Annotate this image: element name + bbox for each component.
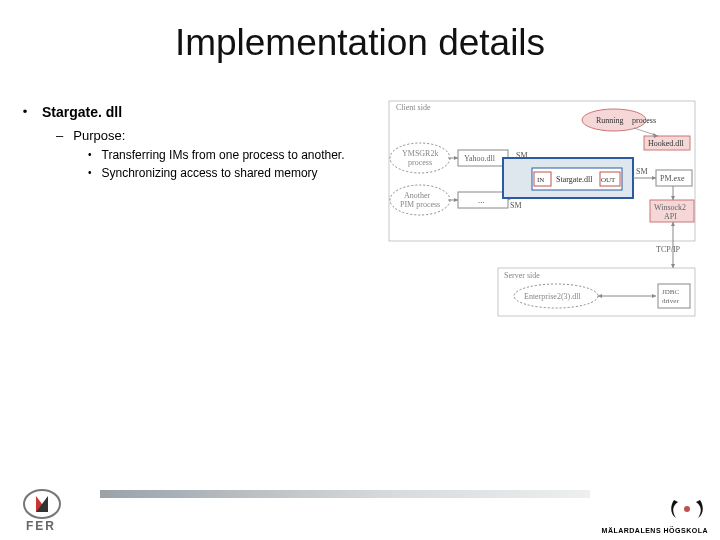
bullet-l2-text: Purpose:	[73, 128, 125, 143]
slide: Implementation details • Stargate. dll –…	[0, 0, 720, 540]
label-another2: PIM process	[400, 200, 440, 209]
label-enterprise: Enterprise2(3).dll	[524, 292, 581, 301]
label-sm2: SM	[510, 201, 522, 210]
slide-footer: FER MÄLARDALENS HÖGSKOLA	[0, 478, 720, 540]
bullet-l1: • Stargate. dll	[22, 104, 382, 120]
label-stargate: Stargate.dll	[556, 175, 593, 184]
svg-marker-33	[652, 294, 656, 298]
fer-logo: FER	[18, 486, 76, 534]
bullet-l3a: • Transferring IMs from one process to a…	[88, 147, 382, 163]
svg-marker-27	[671, 264, 675, 268]
bullet-l3b: • Synchronizing access to shared memory	[88, 165, 382, 181]
label-in: IN	[537, 176, 544, 184]
label-sm3: SM	[636, 167, 648, 176]
label-out: OUT	[601, 176, 616, 184]
svg-point-36	[684, 506, 690, 512]
bullet-dot-small: •	[88, 147, 92, 163]
label-jdbc: JDBC	[662, 288, 679, 296]
label-ymsg2: process	[408, 158, 432, 167]
bullet-dash: –	[56, 128, 63, 143]
label-process: process	[632, 116, 656, 125]
slide-title: Implementation details	[0, 22, 720, 64]
label-another: Another	[404, 191, 431, 200]
label-hooked: Hooked.dll	[648, 139, 685, 148]
bullet-l3b-text: Synchronizing access to shared memory	[102, 165, 318, 181]
label-driver: driver	[662, 297, 679, 305]
label-yahoo: Yahoo.dll	[464, 154, 496, 163]
slide-body: • Stargate. dll – Purpose: • Transferrin…	[22, 104, 382, 183]
bullet-l1-text: Stargate. dll	[42, 104, 122, 120]
bullet-l3a-text: Transferring IMs from one process to ano…	[102, 147, 345, 163]
label-tcpip: TCP/IP	[656, 245, 681, 254]
svg-marker-25	[671, 196, 675, 200]
label-pm: PM.exe	[660, 174, 685, 183]
fer-text: FER	[26, 519, 56, 533]
svg-marker-13	[454, 198, 458, 202]
label-winsock: Winsock2	[654, 203, 686, 212]
bullet-l2: – Purpose:	[56, 128, 382, 143]
bullet-dot: •	[22, 104, 28, 120]
mdh-text: MÄLARDALENS HÖGSKOLA	[602, 527, 708, 534]
svg-marker-8	[454, 156, 458, 160]
label-server-side: Server side	[504, 271, 540, 280]
footer-divider	[100, 490, 590, 498]
label-running: Running	[596, 116, 624, 125]
label-client-side: Client side	[396, 103, 431, 112]
label-ymsg: YMSGR2k	[402, 149, 438, 158]
svg-marker-28	[671, 222, 675, 226]
bullet-dot-small: •	[88, 165, 92, 181]
svg-marker-21	[652, 176, 656, 180]
label-api: API	[664, 212, 677, 221]
svg-text:...: ...	[478, 195, 485, 205]
mdh-logo	[668, 496, 706, 522]
svg-marker-34	[598, 294, 602, 298]
architecture-diagram: Client side Running process Hooked.dll Y…	[388, 100, 696, 324]
